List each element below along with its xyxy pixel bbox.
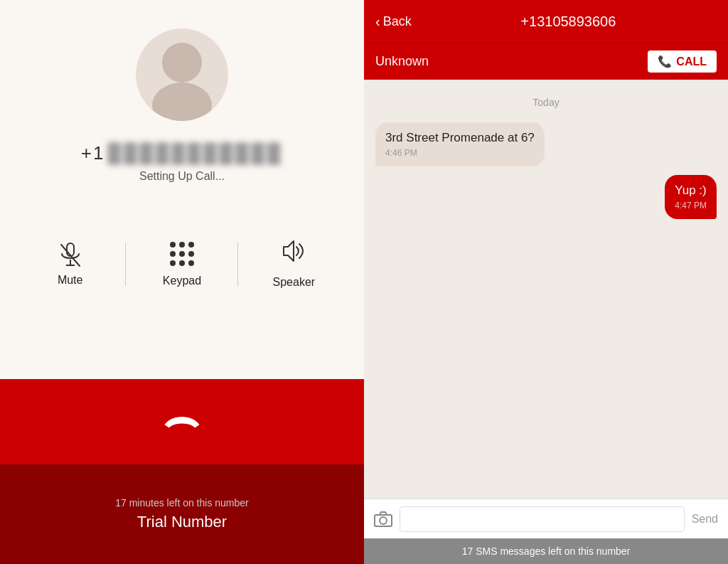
- speaker-control[interactable]: Speaker: [238, 225, 350, 303]
- keypad-icon: [170, 242, 194, 266]
- message-input-area: Send: [364, 499, 728, 538]
- call-status: Setting Up Call...: [139, 170, 225, 183]
- end-call-area: [0, 379, 364, 464]
- contact-name: Unknown: [375, 54, 429, 69]
- call-screen: +1 ███████████ Setting Up Call... Mute: [0, 0, 364, 564]
- phone-prefix: +1: [81, 142, 105, 164]
- messages-header: ‹ Back +13105893606: [364, 0, 728, 43]
- message-time-1: 4:46 PM: [385, 148, 535, 158]
- svg-point-0: [162, 43, 202, 83]
- phone-blurred: ███████████: [108, 142, 284, 164]
- mute-control[interactable]: Mute: [14, 228, 126, 301]
- call-controls: Mute Keypad Speaker: [0, 225, 364, 303]
- message-input[interactable]: [400, 506, 685, 532]
- keypad-label: Keypad: [163, 275, 201, 287]
- message-time-2: 4:47 PM: [675, 201, 707, 211]
- back-chevron-icon: ‹: [375, 14, 380, 30]
- svg-rect-2: [67, 243, 74, 256]
- call-button-label: CALL: [676, 55, 707, 68]
- message-text-2: Yup :): [675, 183, 706, 197]
- message-sent: Yup :) 4:47 PM: [665, 175, 717, 219]
- keypad-control[interactable]: Keypad: [126, 228, 237, 302]
- message-received: 3rd Street Promenade at 6? 4:46 PM: [375, 122, 545, 166]
- svg-marker-6: [284, 241, 294, 261]
- trial-area: 17 minutes left on this number Trial Num…: [0, 464, 364, 564]
- message-text-1: 3rd Street Promenade at 6?: [385, 131, 535, 144]
- back-button[interactable]: ‹ Back: [375, 14, 412, 30]
- messages-screen: ‹ Back +13105893606 Unknown 📞 CALL Today…: [364, 0, 728, 564]
- avatar: [136, 28, 228, 121]
- date-divider: Today: [375, 97, 717, 108]
- mute-label: Mute: [58, 274, 83, 287]
- speaker-label: Speaker: [273, 276, 316, 289]
- send-button[interactable]: Send: [692, 513, 718, 526]
- camera-button[interactable]: [374, 511, 392, 527]
- sms-footer: 17 SMS messages left on this number: [364, 538, 728, 564]
- mute-icon: [59, 243, 82, 265]
- svg-point-1: [152, 83, 212, 121]
- call-phone-icon: 📞: [658, 55, 672, 68]
- avatar-area: +1 ███████████ Setting Up Call...: [81, 0, 283, 183]
- header-phone-number: +13105893606: [420, 14, 717, 30]
- sms-footer-text: 17 SMS messages left on this number: [462, 546, 631, 557]
- svg-point-8: [380, 517, 387, 524]
- call-button[interactable]: 📞 CALL: [648, 50, 717, 73]
- messages-list: Today 3rd Street Promenade at 6? 4:46 PM…: [364, 80, 728, 499]
- end-call-button[interactable]: [161, 410, 203, 433]
- speaker-icon: [281, 240, 306, 267]
- phone-number: +1 ███████████: [81, 142, 283, 164]
- trial-number-text: Trial Number: [137, 513, 227, 531]
- trial-minutes-text: 17 minutes left on this number: [115, 497, 249, 509]
- contact-bar: Unknown 📞 CALL: [364, 43, 728, 80]
- back-label: Back: [383, 14, 412, 29]
